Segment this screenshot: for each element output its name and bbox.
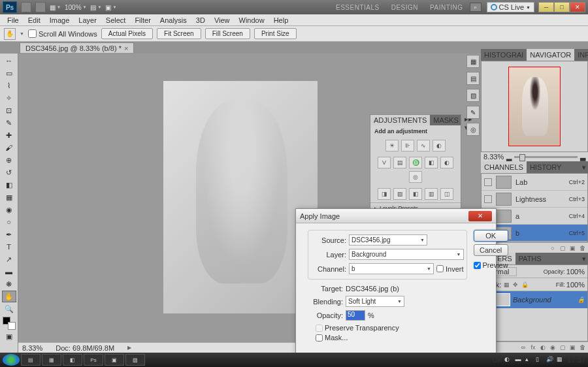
tab-history[interactable]: HISTORY <box>527 161 565 173</box>
shape-tool[interactable]: ▬ <box>2 266 16 278</box>
menu-3d[interactable]: 3D <box>191 15 210 25</box>
dock-clone-icon[interactable]: ◎ <box>466 123 480 136</box>
eraser-tool[interactable]: ◧ <box>2 179 16 191</box>
arrange-dropdown[interactable]: ▤ <box>90 4 101 11</box>
menu-edit[interactable]: Edit <box>24 15 45 25</box>
navigator-slider[interactable] <box>514 156 578 158</box>
workspace-more-icon[interactable]: » <box>470 3 482 12</box>
actual-pixels-button[interactable]: Actual Pixels <box>101 28 153 39</box>
delete-icon[interactable]: 🗑 <box>578 343 586 351</box>
print-size-button[interactable]: Print Size <box>254 28 297 39</box>
task-app[interactable]: ▣ <box>105 354 124 366</box>
panel-menu-icon[interactable]: ▾ <box>580 163 588 172</box>
menu-file[interactable]: File <box>3 15 24 25</box>
crop-tool[interactable]: ⊡ <box>2 104 16 116</box>
quickmask-tool[interactable]: ▣ <box>2 330 16 342</box>
task-app[interactable]: Ps <box>84 354 103 366</box>
menu-image[interactable]: Image <box>45 15 74 25</box>
tab-channels[interactable]: CHANNELS <box>481 161 527 173</box>
zoom-in-icon[interactable]: ▃ <box>580 153 585 161</box>
dock-color-icon[interactable]: ▦ <box>466 55 480 68</box>
menu-view[interactable]: View <box>210 15 235 25</box>
adj-bw-icon[interactable]: ◧ <box>425 157 438 168</box>
tab-histogram[interactable]: HISTOGRAI <box>481 49 527 61</box>
scroll-all-checkbox[interactable]: Scroll All Windows <box>28 29 97 38</box>
adj-vibrance-icon[interactable]: V <box>378 157 391 168</box>
navigator-zoom[interactable]: 8.33% <box>483 153 504 161</box>
heal-tool[interactable]: ✚ <box>2 129 16 141</box>
lasso-tool[interactable]: ⌇ <box>2 80 16 91</box>
menu-help[interactable]: Help <box>269 15 293 25</box>
visibility-icon[interactable] <box>484 178 492 186</box>
link-icon[interactable]: ∞ <box>519 343 527 351</box>
hand-tool[interactable]: ✋ <box>2 291 16 302</box>
menu-layer[interactable]: Layer <box>74 15 101 25</box>
new-channel-icon[interactable]: ▣ <box>568 244 576 252</box>
tray-icon[interactable]: ◐ <box>504 356 512 364</box>
fx-icon[interactable]: fx <box>529 343 537 351</box>
dock-styles-icon[interactable]: ▧ <box>466 89 480 102</box>
move-tool[interactable]: ↔ <box>2 55 16 67</box>
save-selection-icon[interactable]: ▢ <box>559 244 566 252</box>
dock-swatches-icon[interactable]: ▤ <box>466 72 480 85</box>
adj-selective-icon[interactable]: ◫ <box>440 188 453 200</box>
workspace-essentials[interactable]: ESSENTIALS <box>331 3 385 12</box>
mask-icon[interactable]: ◐ <box>539 343 547 351</box>
type-tool[interactable]: T <box>2 241 16 253</box>
minibridge-icon[interactable] <box>35 2 46 12</box>
pen-tool[interactable]: ✒ <box>2 229 16 240</box>
adj-threshold-icon[interactable]: ◧ <box>409 188 422 200</box>
task-explorer[interactable]: ▤ <box>21 354 41 366</box>
new-layer-icon[interactable]: ▣ <box>568 343 576 351</box>
layer-dropdown[interactable]: Background <box>349 249 464 260</box>
tray-flag-icon[interactable]: ▬ <box>515 356 523 364</box>
dialog-close-button[interactable]: ✕ <box>468 211 492 221</box>
dock-brush-icon[interactable]: ✎ <box>466 106 480 119</box>
adj-exposure-icon[interactable]: ◐ <box>433 140 446 152</box>
panel-menu-icon[interactable]: ▾ <box>580 255 588 263</box>
menu-filter[interactable]: Filter <box>130 15 155 25</box>
adj-curves-icon[interactable]: ∿ <box>417 140 430 152</box>
channel-dropdown[interactable]: b <box>349 263 434 274</box>
gradient-tool[interactable]: ▦ <box>2 191 16 203</box>
history-brush-tool[interactable]: ↺ <box>2 167 16 178</box>
fill-value[interactable]: 100% <box>566 281 585 289</box>
screenmode-dropdown[interactable]: ▣ <box>105 4 116 11</box>
eyedropper-tool[interactable]: ✎ <box>2 117 16 129</box>
tray-vol-icon[interactable]: 🔊 <box>546 356 554 364</box>
task-app[interactable]: ▨ <box>125 354 145 366</box>
navigator-thumbnail[interactable] <box>508 67 561 146</box>
tray-clock[interactable]: 12:37 <box>567 356 585 364</box>
blending-dropdown[interactable]: Soft Light <box>346 296 404 307</box>
preview-checkbox[interactable]: Preview <box>474 261 508 269</box>
zoom-dropdown[interactable]: 100% <box>65 4 87 11</box>
zoom-out-icon[interactable]: ▂ <box>506 153 512 161</box>
ok-button[interactable]: OK <box>474 230 508 242</box>
mask-checkbox[interactable]: Mask... <box>316 334 467 342</box>
window-close-button[interactable]: ✕ <box>570 2 585 12</box>
view-layout-dropdown[interactable]: ▦ <box>50 4 61 11</box>
stamp-tool[interactable]: ⊕ <box>2 154 16 166</box>
menu-window[interactable]: Window <box>235 15 269 25</box>
adj-levels-icon[interactable]: ⊪ <box>401 140 414 152</box>
lock-position-icon[interactable]: ✥ <box>512 281 519 289</box>
load-selection-icon[interactable]: ○ <box>549 244 557 252</box>
cslive-button[interactable]: CS Live ▼ <box>487 2 534 12</box>
tray-up-icon[interactable]: ▴ <box>525 356 533 364</box>
menu-select[interactable]: Select <box>101 15 131 25</box>
fill-screen-button[interactable]: Fill Screen <box>205 28 250 39</box>
marquee-tool[interactable]: ▭ <box>2 67 16 79</box>
adj-balance-icon[interactable]: ♎ <box>409 157 422 168</box>
delete-icon[interactable]: 🗑 <box>578 244 586 252</box>
tab-paths[interactable]: PATHS <box>515 253 545 264</box>
adj-photo-icon[interactable]: ◐ <box>440 157 453 168</box>
adj-mixer-icon[interactable]: ◎ <box>409 171 422 183</box>
task-app[interactable]: ◧ <box>63 354 82 366</box>
workspace-painting[interactable]: PAINTING <box>425 3 468 12</box>
fit-screen-button[interactable]: Fit Screen <box>157 28 201 39</box>
menu-analysis[interactable]: Analysis <box>155 15 191 25</box>
adj-hue-icon[interactable]: ▤ <box>393 157 406 168</box>
opacity-value[interactable]: 100% <box>566 268 585 276</box>
tab-navigator[interactable]: NAVIGATOR <box>527 49 574 61</box>
tab-info[interactable]: INFO <box>574 49 588 61</box>
